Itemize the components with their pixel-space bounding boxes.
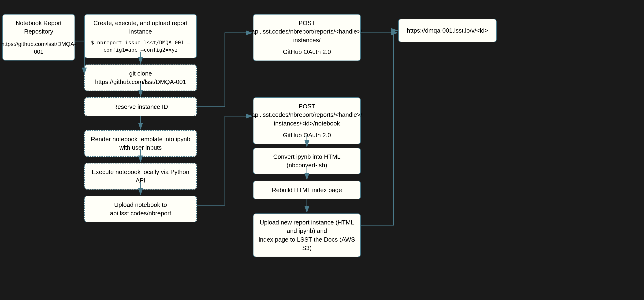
node-convert-ipynb: Convert ipynb into HTML (nbconvert-ish) — [253, 148, 361, 174]
node-convert-ipynb-text: Convert ipynb into HTML (nbconvert-ish) — [259, 152, 355, 170]
node-post-notebook-auth: GitHub OAuth 2.0 — [252, 131, 362, 139]
node-post-instances-line2: instances/ — [252, 36, 362, 44]
node-post-instances-spacer — [252, 44, 362, 48]
node-notebook-repo: Notebook Report Repository https://githu… — [2, 14, 75, 61]
node-create-execute-title: Create, execute, and upload report insta… — [90, 19, 191, 36]
node-notebook-repo-title: Notebook Report Repository — [2, 19, 76, 36]
node-notebook-repo-url: https://github.com/lsst/DMQA-001 — [2, 40, 76, 56]
node-upload-notebook: Upload notebook to api.lsst.codes/nbrepo… — [84, 196, 197, 222]
node-reserve-id: Reserve instance ID — [84, 97, 197, 116]
node-rebuild-html: Rebuild HTML index page — [253, 181, 361, 199]
node-execute-notebook-text: Execute notebook locally via Python API — [90, 168, 191, 185]
node-upload-report: Upload new report instance (HTML and ipy… — [253, 213, 361, 257]
node-upload-notebook-text: Upload notebook to api.lsst.codes/nbrepo… — [90, 201, 191, 218]
node-dmqa-url-text: https://dmqa-001.lsst.io/v/<id> — [407, 26, 488, 35]
node-rebuild-html-text: Rebuild HTML index page — [272, 186, 342, 194]
node-execute-notebook: Execute notebook locally via Python API — [84, 163, 197, 189]
node-render-notebook-text: Render notebook template into ipynb with… — [90, 135, 191, 152]
node-upload-report-line2: index page to LSST the Docs (AWS S3) — [259, 235, 355, 252]
node-upload-report-line1: Upload new report instance (HTML and ipy… — [259, 218, 355, 235]
node-post-notebook: POST api.lsst.codes/nbreport/reports/<ha… — [253, 97, 361, 144]
node-post-instances-line1: POST api.lsst.codes/nbreport/reports/<ha… — [252, 19, 362, 36]
node-create-execute-cmd: $ nbreport issue lsst/DMQA-001 —config1=… — [90, 39, 191, 54]
node-post-instances: POST api.lsst.codes/nbreport/reports/<ha… — [253, 14, 361, 61]
node-git-clone-text: git clone https://github.com/lsst/DMQA-0… — [90, 69, 191, 86]
node-create-execute: Create, execute, and upload report insta… — [84, 14, 197, 58]
node-render-notebook: Render notebook template into ipynb with… — [84, 130, 197, 157]
node-post-instances-auth: GitHub OAuth 2.0 — [252, 48, 362, 56]
diagram-container: Notebook Report Repository https://githu… — [0, 0, 644, 300]
node-post-notebook-line2: instances/<id>/notebook — [252, 119, 362, 128]
node-reserve-id-text: Reserve instance ID — [113, 103, 168, 111]
node-git-clone: git clone https://github.com/lsst/DMQA-0… — [84, 65, 197, 91]
node-post-notebook-line1: POST api.lsst.codes/nbreport/reports/<ha… — [252, 102, 362, 119]
node-dmqa-url: https://dmqa-001.lsst.io/v/<id> — [398, 19, 497, 42]
